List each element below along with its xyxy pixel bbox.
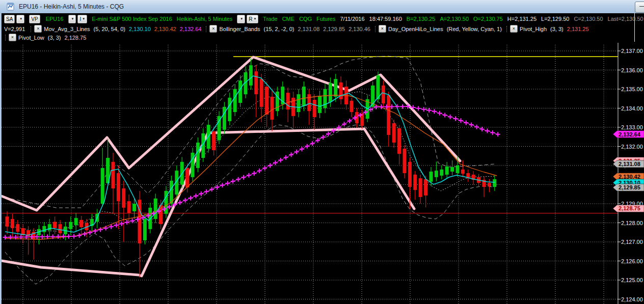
chart-area[interactable]: 2,124.002,125.002,126.002,127.002,128.00… (0, 42, 644, 304)
ma-cross-marker (421, 107, 426, 112)
study-params: (5, 20, 54, 0) (94, 26, 125, 32)
remove-study-button[interactable]: × (379, 25, 386, 33)
ma-cross-marker (453, 116, 458, 121)
candle-body (122, 188, 125, 208)
title-bar: EPU16 - Heikin-Ashi, 5 Minutes - CQG — (0, 0, 644, 14)
low-value: L=2,129.50 (541, 16, 569, 22)
pivot-low-zigzag (2, 129, 414, 276)
price-badge-label: 2,128.75 (619, 205, 640, 211)
sa-button[interactable]: SA (4, 15, 15, 23)
candle-body (445, 167, 449, 175)
bid-value: B=2,130.25 (407, 16, 436, 22)
ma-cross-marker (194, 194, 198, 198)
candle-body (138, 200, 142, 243)
window-chart-icon (7, 3, 15, 11)
candle-body (435, 171, 438, 177)
ma-cross-marker (72, 234, 76, 239)
candle-body (297, 94, 301, 112)
toolbar-divider (634, 13, 635, 42)
ma-cross-marker (326, 132, 331, 136)
trade-label: Trade (263, 16, 277, 22)
study-name: Bollinger_Bands (219, 26, 260, 32)
study-value: 2,130.42 (154, 26, 176, 32)
ma-cross-marker (257, 169, 262, 173)
moving-average-cross-line (5, 106, 498, 237)
candle-body (456, 165, 460, 173)
ask-value: A=2,130.50 (440, 16, 469, 22)
study-value: 2,130.46 (348, 26, 370, 32)
ma-cross-marker (427, 108, 432, 113)
candle-body (440, 170, 443, 176)
exchange-label: CME (282, 16, 294, 22)
axis-price-label: 2,134.00 (621, 105, 643, 112)
category-label: Futures (316, 16, 335, 22)
minimize-button[interactable]: — (635, 2, 644, 13)
candle-body (42, 226, 46, 232)
last-value: Last=2,130.50 (608, 16, 643, 22)
study-separator (506, 26, 507, 32)
ma-cross-marker (342, 122, 346, 126)
study-separator (31, 26, 31, 32)
study-name: Pivot_Low (18, 35, 44, 41)
bollinger-mid-band (5, 92, 495, 231)
candle-body (403, 149, 407, 173)
vp-button[interactable]: VP (29, 15, 40, 23)
remove-study-button[interactable]: × (209, 25, 217, 33)
candle-body (260, 79, 263, 107)
candle-body (286, 93, 290, 109)
candle-body (59, 224, 62, 233)
study-separator (375, 26, 375, 32)
symbol-dropdown-button[interactable]: ▼ (68, 15, 76, 23)
symbol-label: EPU16 (46, 16, 64, 22)
candle-body (382, 86, 385, 103)
candle-body (339, 82, 343, 99)
study-name: Mov_Avg_3_Lines (44, 26, 90, 32)
studies-row-2: ×Pivot_Low(3, 3)2,128.75 (0, 33, 644, 42)
axis-price-label: 2,126.00 (621, 258, 643, 264)
ma-cross-marker (236, 177, 240, 182)
chart-type-dropdown-button[interactable]: ▼ (237, 15, 245, 23)
ma-cross-marker (3, 235, 8, 240)
study-params: (15, 2, -2, 0) (264, 26, 294, 32)
candle-body (307, 94, 311, 111)
high-value: H=2,131.25 (507, 16, 536, 22)
ma-cross-marker (204, 189, 209, 194)
ma-cross-marker (289, 152, 293, 157)
ma-cross-marker (315, 138, 320, 143)
candle-body (191, 153, 195, 177)
ma-cross-marker (77, 233, 82, 238)
candle-body (461, 170, 465, 174)
ma-cross-marker (480, 127, 485, 131)
interval-button[interactable]: I▼ (77, 15, 87, 23)
candle-body (212, 131, 216, 150)
candle-body (11, 219, 14, 228)
ma-cross-marker (310, 141, 315, 146)
remove-study-button[interactable]: × (34, 25, 42, 33)
candle-body (223, 107, 226, 130)
axis-price-label: 2,128.00 (621, 220, 643, 226)
candle-body (265, 87, 269, 115)
ma-cross-marker (83, 232, 87, 236)
ma-cross-marker (199, 191, 203, 196)
ma-cross-marker (56, 234, 61, 239)
ma-cross-marker (66, 234, 71, 239)
range-button[interactable]: R▼ (247, 15, 258, 23)
price-chart[interactable]: 2,124.002,125.002,126.002,127.002,128.00… (0, 42, 644, 304)
candle-body (392, 123, 396, 143)
ma-cross-marker (416, 106, 421, 110)
remove-study-button[interactable]: × (510, 25, 518, 33)
candle-body (143, 219, 147, 240)
candle-body (53, 222, 57, 228)
candle-body (69, 222, 72, 229)
window-left-border (0, 13, 2, 304)
ma-cross-marker (490, 130, 495, 135)
ma-cross-marker (278, 158, 283, 162)
study-value: 2,131.08 (298, 26, 320, 32)
candle-body (424, 179, 427, 196)
price-badge-label: 2,132.64 (619, 131, 641, 137)
provider-label: CQG (299, 16, 312, 22)
sa-dropdown-button[interactable]: ▼ (16, 15, 24, 23)
pivot-high-zigzag (2, 57, 460, 210)
ma-cross-marker (400, 104, 405, 109)
remove-study-button[interactable]: × (9, 34, 16, 41)
